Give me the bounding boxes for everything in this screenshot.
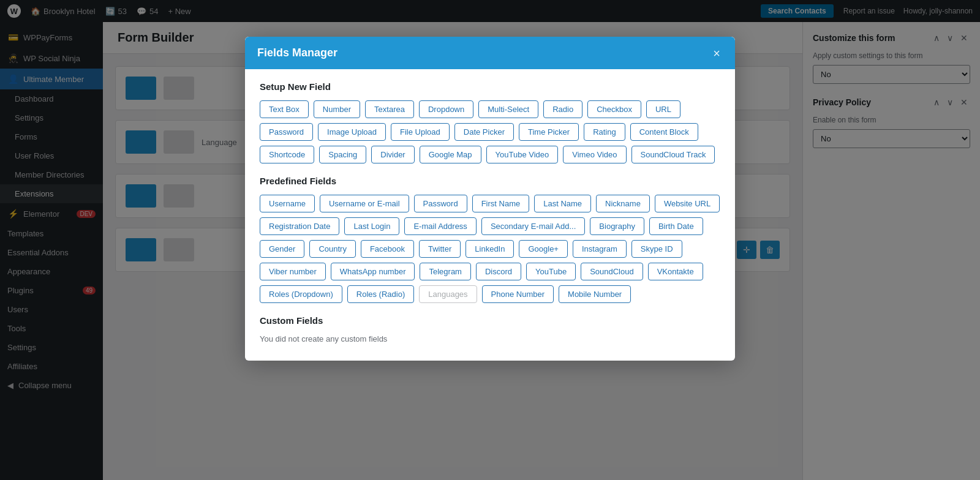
- setup-field-btn-soundcloud-track[interactable]: SoundCloud Track: [631, 146, 715, 163]
- setup-field-btn-youtube-video[interactable]: YouTube Video: [486, 146, 559, 163]
- predefined-field-btn-nickname[interactable]: Nickname: [596, 195, 650, 212]
- predefined-field-btn-twitter[interactable]: Twitter: [419, 240, 461, 258]
- predefined-field-btn-roles-radio-[interactable]: Roles (Radio): [347, 285, 414, 303]
- predefined-field-btn-whatsapp-number[interactable]: WhatsApp number: [331, 263, 415, 280]
- predefined-field-btn-registration-date[interactable]: Registration Date: [260, 217, 339, 235]
- custom-fields-title: Custom Fields: [260, 315, 720, 326]
- setup-field-btn-shortcode[interactable]: Shortcode: [260, 146, 314, 163]
- setup-new-field-title: Setup New Field: [260, 81, 720, 92]
- setup-field-btn-dropdown[interactable]: Dropdown: [419, 100, 473, 118]
- setup-field-btn-textarea[interactable]: Textarea: [365, 100, 414, 118]
- setup-field-btn-divider[interactable]: Divider: [371, 146, 414, 163]
- predefined-field-btn-website-url[interactable]: Website URL: [655, 195, 720, 212]
- predefined-field-btn-secondary-e-mail-add...[interactable]: Secondary E-mail Add...: [481, 217, 585, 235]
- predefined-field-btn-username-or-e-mail[interactable]: Username or E-mail: [320, 195, 409, 212]
- modal-title: Fields Manager: [257, 47, 337, 59]
- setup-field-btn-number[interactable]: Number: [314, 100, 360, 118]
- setup-field-btn-multi-select[interactable]: Multi-Select: [478, 100, 538, 118]
- modal-overlay: Fields Manager × Setup New Field Text Bo…: [0, 0, 980, 480]
- setup-field-btn-vimeo-video[interactable]: Vimeo Video: [563, 146, 626, 163]
- modal-close-button[interactable]: ×: [710, 47, 723, 59]
- predefined-field-btn-last-name[interactable]: Last Name: [534, 195, 591, 212]
- predefined-field-btn-telegram[interactable]: Telegram: [420, 263, 470, 280]
- predefined-field-btn-languages: Languages: [419, 285, 477, 303]
- predefined-field-btn-birth-date[interactable]: Birth Date: [649, 217, 703, 235]
- setup-field-btn-content-block[interactable]: Content Block: [630, 123, 698, 141]
- predefined-field-btn-mobile-number[interactable]: Mobile Number: [559, 285, 631, 303]
- setup-field-btn-radio[interactable]: Radio: [543, 100, 582, 118]
- custom-fields-empty: You did not create any custom fields: [260, 334, 720, 343]
- setup-field-btn-file-upload[interactable]: File Upload: [391, 123, 450, 141]
- predefined-fields-group: UsernameUsername or E-mailPasswordFirst …: [260, 195, 720, 303]
- predefined-fields-title: Predefined Fields: [260, 176, 720, 186]
- predefined-field-btn-country[interactable]: Country: [309, 240, 356, 258]
- predefined-field-btn-password[interactable]: Password: [414, 195, 467, 212]
- setup-field-btn-rating[interactable]: Rating: [584, 123, 625, 141]
- predefined-field-btn-e-mail-address[interactable]: E-mail Address: [404, 217, 476, 235]
- setup-fields-group: Text BoxNumberTextareaDropdownMulti-Sele…: [260, 100, 720, 163]
- predefined-field-btn-roles-dropdown-[interactable]: Roles (Dropdown): [260, 285, 342, 303]
- predefined-field-btn-instagram[interactable]: Instagram: [573, 240, 627, 258]
- predefined-field-btn-biography[interactable]: Biography: [590, 217, 644, 235]
- predefined-field-btn-viber-number[interactable]: Viber number: [260, 263, 326, 280]
- modal-body: Setup New Field Text BoxNumberTextareaDr…: [245, 69, 735, 361]
- predefined-field-btn-username[interactable]: Username: [260, 195, 315, 212]
- setup-field-btn-image-upload[interactable]: Image Upload: [318, 123, 386, 141]
- setup-field-btn-spacing[interactable]: Spacing: [319, 146, 366, 163]
- predefined-field-btn-phone-number[interactable]: Phone Number: [482, 285, 554, 303]
- setup-field-btn-text-box[interactable]: Text Box: [260, 100, 309, 118]
- predefined-field-btn-facebook[interactable]: Facebook: [361, 240, 414, 258]
- predefined-field-btn-soundcloud[interactable]: SoundCloud: [581, 263, 643, 280]
- predefined-field-btn-vkontakte[interactable]: VKontakte: [648, 263, 703, 280]
- setup-field-btn-checkbox[interactable]: Checkbox: [587, 100, 641, 118]
- predefined-field-btn-youtube[interactable]: YouTube: [526, 263, 576, 280]
- fields-manager-modal: Fields Manager × Setup New Field Text Bo…: [245, 37, 735, 361]
- predefined-field-btn-last-login[interactable]: Last Login: [344, 217, 399, 235]
- setup-field-btn-google-map[interactable]: Google Map: [420, 146, 481, 163]
- setup-field-btn-url[interactable]: URL: [646, 100, 680, 118]
- predefined-field-btn-first-name[interactable]: First Name: [472, 195, 530, 212]
- setup-field-btn-date-picker[interactable]: Date Picker: [454, 123, 514, 141]
- setup-field-btn-password[interactable]: Password: [260, 123, 313, 141]
- predefined-field-btn-discord[interactable]: Discord: [476, 263, 521, 280]
- modal-header: Fields Manager ×: [245, 37, 735, 69]
- predefined-field-btn-linkedin[interactable]: LinkedIn: [466, 240, 514, 258]
- setup-field-btn-time-picker[interactable]: Time Picker: [519, 123, 579, 141]
- predefined-field-btn-google+[interactable]: Google+: [519, 240, 568, 258]
- predefined-field-btn-gender[interactable]: Gender: [260, 240, 304, 258]
- predefined-field-btn-skype-id[interactable]: Skype ID: [631, 240, 682, 258]
